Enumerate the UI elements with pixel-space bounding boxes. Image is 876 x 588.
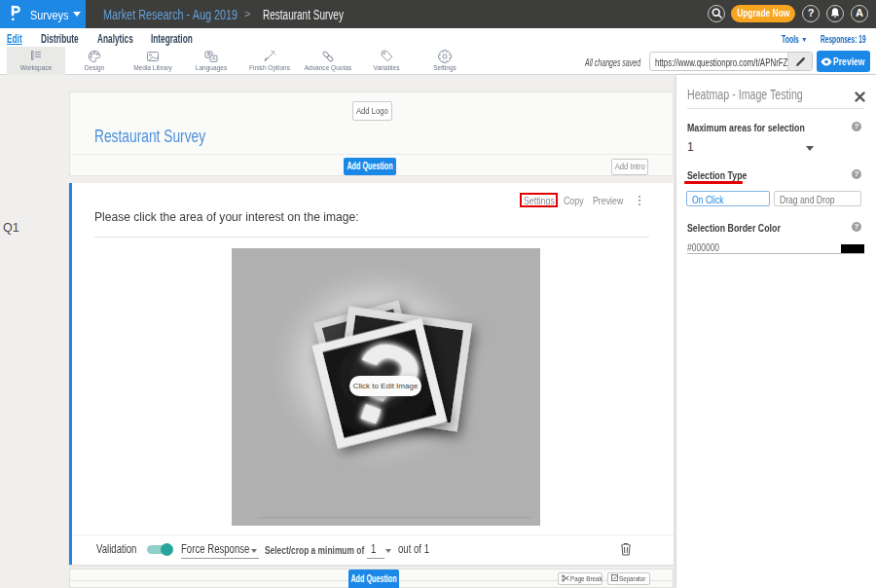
- svg-text:Click to Edit Image: Click to Edit Image: [353, 382, 419, 390]
- svg-text:A: A: [212, 55, 216, 61]
